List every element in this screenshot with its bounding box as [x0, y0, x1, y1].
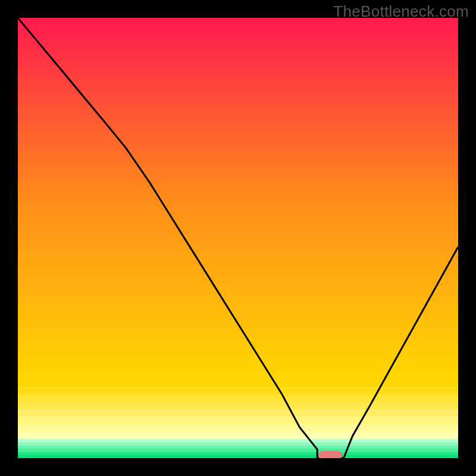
bottleneck-curve — [18, 18, 458, 458]
curve-path — [18, 18, 458, 458]
watermark-text: TheBottleneck.com — [333, 2, 469, 21]
plot-area — [18, 18, 458, 458]
optimal-marker — [318, 451, 342, 458]
chart-frame: TheBottleneck.com — [0, 0, 476, 476]
